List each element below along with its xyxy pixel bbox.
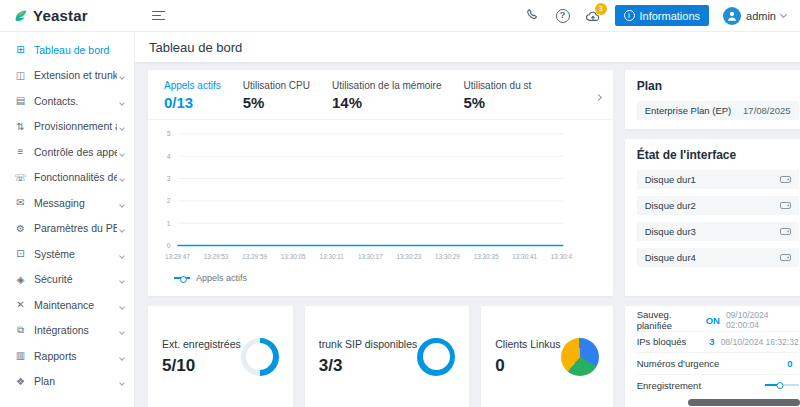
plan-panel: Plan Enterprise Plan (EP) 17/08/2025: [625, 70, 800, 129]
sidebar-item-label: Contrôle des appels: [34, 146, 117, 158]
chevron-down-icon: [120, 69, 124, 81]
title-band: Tableau de bord: [135, 32, 800, 62]
support-phone-icon[interactable]: [525, 8, 541, 24]
y-tick-label: 3: [167, 175, 171, 182]
legend-marker: [174, 277, 190, 279]
interface-panel-title: État de l'interface: [637, 148, 799, 162]
dashboard-grid: Appels actifs0/13Utilisation CPU5%Utilis…: [135, 62, 800, 407]
status-row: Numéros d'urgence0: [637, 353, 799, 375]
upgrade-cloud-icon[interactable]: 3: [585, 8, 601, 24]
hard-drive-icon: [780, 227, 791, 236]
sidebar-item-pbx-settings[interactable]: ⚙Paramètres du PBX: [0, 216, 134, 242]
stat-tab-value: 5%: [243, 94, 310, 111]
status-panel: Sauveg. planifiéeON09/10/2024 02:00:04IP…: [625, 306, 800, 407]
horizontal-scrollbar[interactable]: [688, 399, 800, 406]
stat-tab-0[interactable]: Appels actifs0/13: [164, 80, 221, 111]
status-value: 3: [709, 336, 714, 347]
sidebar-item-label: Rapports: [34, 350, 117, 362]
system-icon: ⊡: [14, 248, 27, 259]
chevron-down-icon: [120, 324, 124, 336]
sidebar-item-contacts[interactable]: ▤Contacts.: [0, 88, 134, 114]
stat-tab-2[interactable]: Utilisation de la mémoire14%: [332, 80, 442, 111]
y-tick-label: 5: [167, 130, 171, 137]
summary-card-2: Clients Linkus0: [481, 306, 612, 407]
sidebar-item-integrations[interactable]: ⧉Intégrations: [0, 318, 134, 344]
chevron-down-icon: [120, 197, 124, 209]
disk-row: Disque dur1: [637, 170, 799, 189]
top-header: Yeastar ? 3 i Informations admin: [0, 0, 800, 32]
sidebar-item-plan[interactable]: ❖Plan: [0, 369, 134, 395]
dashboard-chart-card: Appels actifs0/13Utilisation CPU5%Utilis…: [148, 70, 613, 296]
stat-tab-label: Utilisation CPU: [243, 80, 310, 91]
plan-panel-title: Plan: [637, 79, 799, 93]
sidebar-item-label: Messaging: [34, 197, 117, 209]
sidebar-item-label: Système: [34, 248, 117, 260]
sidebar-item-extension-trunk[interactable]: ◫Extension et trunk: [0, 63, 134, 89]
stat-tab-3[interactable]: Utilisation du st5%: [463, 80, 531, 111]
sidebar-item-label: Provisionnement auto: [34, 120, 117, 132]
stat-tab-value: 14%: [332, 94, 442, 111]
x-tick-label: 13:30:41: [512, 253, 537, 260]
sidebar: ⊞Tableau de bord◫Extension et trunk▤Cont…: [0, 32, 135, 407]
yeastar-logo-mark: [13, 8, 29, 24]
sidebar-item-messaging[interactable]: ✉Messaging: [0, 190, 134, 216]
sidebar-item-auto-provisioning[interactable]: ⇅Provisionnement auto: [0, 114, 134, 140]
y-tick-label: 1: [167, 220, 171, 227]
disk-row: Disque dur4: [637, 248, 799, 267]
x-tick-label: 13:29:47: [165, 253, 190, 260]
chevron-down-icon: [120, 350, 124, 362]
yeastar-logo: Yeastar: [0, 7, 135, 24]
sidebar-item-call-features[interactable]: ☏Fonctionnalités de l'appel: [0, 165, 134, 191]
summary-cards-row: Ext. enregistrées5/10trunk SIP disponibl…: [148, 306, 613, 407]
disk-label: Disque dur3: [645, 226, 696, 237]
y-tick-label: 4: [167, 153, 171, 160]
page-title: Tableau de bord: [149, 40, 242, 55]
maintenance-icon: ✕: [14, 299, 27, 310]
help-icon[interactable]: ?: [555, 8, 571, 24]
disk-row: Disque dur2: [637, 196, 799, 215]
hard-drive-icon: [780, 175, 791, 184]
call-control-icon: ≡: [14, 146, 27, 157]
summary-card-0: Ext. enregistrées5/10: [148, 306, 293, 407]
status-list: Sauveg. planifiéeON09/10/2024 02:00:04IP…: [637, 310, 799, 396]
sidebar-item-label: Maintenance: [34, 299, 117, 311]
sidebar-item-maintenance[interactable]: ✕Maintenance: [0, 292, 134, 318]
tabs-next-arrow[interactable]: [588, 89, 603, 103]
slider-knob[interactable]: [776, 382, 783, 389]
hard-drive-icon: [780, 253, 791, 262]
sidebar-item-dashboard[interactable]: ⊞Tableau de bord: [0, 37, 134, 63]
sidebar-item-label: Sécurité: [34, 273, 117, 285]
info-circle-icon: i: [624, 10, 635, 21]
notification-badge: 3: [595, 3, 607, 15]
sidebar-item-label: Fonctionnalités de l'appel: [34, 171, 117, 183]
sidebar-item-system[interactable]: ⊡Système: [0, 241, 134, 267]
summary-card-title: Ext. enregistrées: [162, 338, 241, 350]
stat-tab-1[interactable]: Utilisation CPU5%: [243, 80, 310, 111]
disk-row: Disque dur3: [637, 222, 799, 241]
informations-button[interactable]: i Informations: [615, 5, 710, 26]
user-menu[interactable]: admin: [723, 7, 786, 25]
chevron-down-icon: [120, 120, 124, 132]
chevron-down-icon: [120, 273, 124, 285]
x-tick-label: 13:30:29: [435, 253, 460, 260]
summary-card-1: trunk SIP disponibles3/3: [305, 306, 469, 407]
x-tick-label: 13:29:59: [242, 253, 267, 260]
plan-icon: ❖: [14, 376, 27, 387]
sidebar-item-reports[interactable]: ▥Rapports: [0, 343, 134, 369]
sidebar-item-call-control[interactable]: ≡Contrôle des appels: [0, 139, 134, 165]
chevron-down-icon: [780, 11, 787, 18]
disk-list: Disque dur1Disque dur2Disque dur3Disque …: [637, 170, 799, 267]
status-row: Enregistrement: [637, 375, 799, 397]
status-detail: 09/10/2024 02:00:04: [726, 310, 799, 330]
x-tick-label: 13:30:35: [474, 253, 499, 260]
sidebar-item-label: Plan: [34, 375, 117, 387]
status-label: IPs bloqués: [637, 336, 687, 347]
recording-slider[interactable]: [765, 384, 799, 386]
sidebar-item-security[interactable]: ◈Sécurité: [0, 267, 134, 293]
sidebar-collapse-button[interactable]: [148, 7, 169, 25]
chevron-down-icon: [120, 146, 124, 158]
chevron-down-icon: [120, 299, 124, 311]
linkus-pie-chart: [561, 338, 599, 376]
sidebar-item-label: Tableau de bord: [34, 44, 124, 56]
chevron-down-icon: [120, 171, 124, 183]
